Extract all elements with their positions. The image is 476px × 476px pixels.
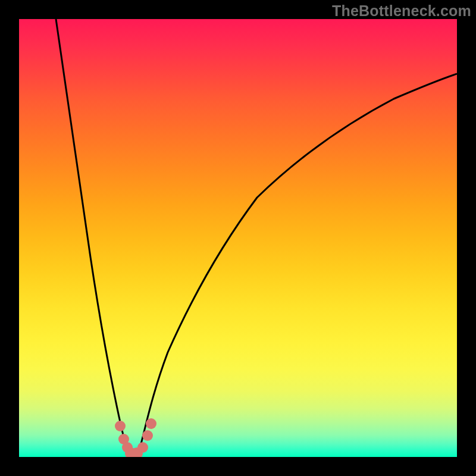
marker-dot bbox=[137, 442, 148, 453]
plot-area bbox=[19, 19, 457, 457]
watermark-text: TheBottleneck.com bbox=[332, 2, 471, 20]
marker-dot bbox=[142, 430, 153, 441]
chart-frame: TheBottleneck.com bbox=[0, 0, 476, 476]
marker-dot bbox=[115, 421, 126, 431]
marker-dot bbox=[146, 418, 156, 429]
marker-cluster bbox=[115, 418, 156, 457]
bottleneck-curve bbox=[19, 19, 457, 457]
curve-left-branch bbox=[56, 19, 130, 455]
curve-right-branch bbox=[138, 74, 457, 455]
